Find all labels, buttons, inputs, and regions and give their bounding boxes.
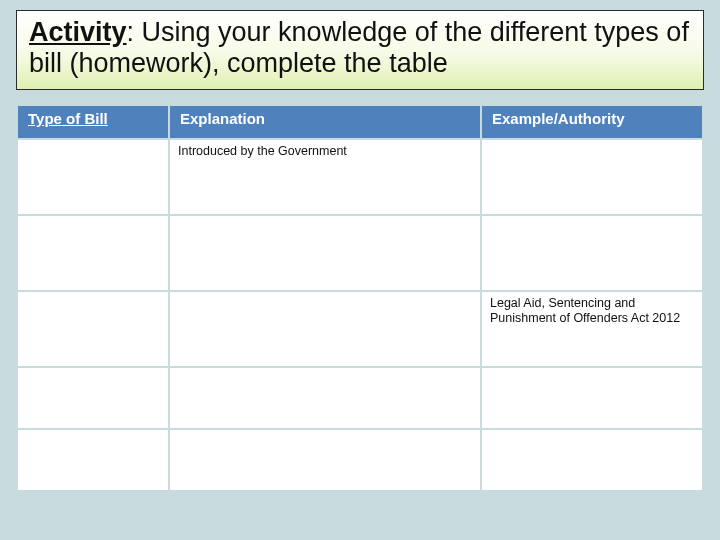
row-explanation (170, 368, 480, 428)
col-header-explanation: Explanation (170, 106, 480, 138)
slide: Activity: Using your knowledge of the di… (0, 0, 720, 540)
bills-table: Type of Bill Explanation Example/Authori… (16, 104, 704, 492)
col-header-example: Example/Authority (482, 106, 702, 138)
row-type-label: Government Bill (18, 140, 168, 214)
table-row: Private Bill (18, 368, 702, 428)
row-example (482, 368, 702, 428)
row-explanation (170, 292, 480, 366)
row-type-label: Public Bill (18, 292, 168, 366)
row-example (482, 430, 702, 490)
col-header-type: Type of Bill (18, 106, 168, 138)
row-type-label: Hybrid Bill (18, 430, 168, 490)
row-example (482, 140, 702, 214)
table-row: Private Member's Bill (18, 216, 702, 290)
row-explanation (170, 216, 480, 290)
row-explanation (170, 430, 480, 490)
row-explanation: Introduced by the Government (170, 140, 480, 214)
table-row: Public Bill Legal Aid, Sentencing and Pu… (18, 292, 702, 366)
table-header-row: Type of Bill Explanation Example/Authori… (18, 106, 702, 138)
activity-title-box: Activity: Using your knowledge of the di… (16, 10, 704, 90)
table-row: Hybrid Bill (18, 430, 702, 490)
activity-title: Activity: Using your knowledge of the di… (29, 17, 691, 79)
row-type-label: Private Member's Bill (18, 216, 168, 290)
table-row: Government Bill Introduced by the Govern… (18, 140, 702, 214)
row-example (482, 216, 702, 290)
activity-title-rest: : Using your knowledge of the different … (29, 17, 689, 78)
row-type-label: Private Bill (18, 368, 168, 428)
row-example: Legal Aid, Sentencing and Punishment of … (482, 292, 702, 366)
activity-title-lead: Activity (29, 17, 127, 47)
